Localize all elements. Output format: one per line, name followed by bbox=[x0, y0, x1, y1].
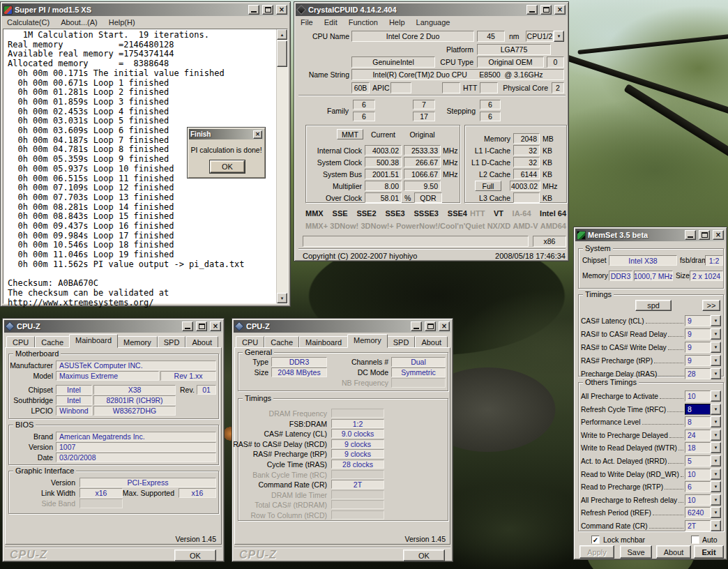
tab-about[interactable]: About bbox=[185, 336, 218, 348]
chevron-down-icon[interactable]: ▼ bbox=[711, 494, 721, 506]
timing-select[interactable]: 9▼ bbox=[685, 342, 721, 353]
menu-function[interactable]: Function bbox=[349, 18, 378, 26]
tab-cache[interactable]: Cache bbox=[35, 336, 70, 348]
timing-select[interactable]: 10▼ bbox=[685, 494, 721, 506]
timing-select[interactable]: 9▼ bbox=[685, 328, 721, 340]
chevron-down-icon[interactable]: ▼ bbox=[711, 404, 721, 415]
chevron-down-icon[interactable]: ▼ bbox=[711, 507, 721, 518]
minimize-button[interactable] bbox=[182, 321, 193, 331]
vertical-scrollbar[interactable]: ▲ ▼ bbox=[276, 29, 287, 303]
cache-label-box: Full bbox=[475, 181, 501, 191]
maximize-button[interactable] bbox=[540, 5, 552, 15]
close-button[interactable]: × bbox=[276, 5, 287, 15]
tab-cpu[interactable]: CPU bbox=[236, 336, 264, 348]
tab-spd[interactable]: SPD bbox=[158, 336, 186, 348]
cpuz-titlebar[interactable]: CPU-Z × bbox=[4, 320, 222, 333]
save-button[interactable]: Save bbox=[620, 545, 652, 559]
ok-button[interactable]: OK bbox=[174, 549, 216, 561]
tab-mainboard[interactable]: Mainboard bbox=[299, 336, 348, 348]
auto-checkbox[interactable] bbox=[691, 536, 699, 544]
minimize-button[interactable] bbox=[526, 5, 538, 15]
timing-row-label: Bank Cycle Time (tRC) bbox=[238, 470, 327, 479]
chevron-down-icon[interactable]: ▼ bbox=[711, 355, 721, 366]
minimize-button[interactable] bbox=[248, 5, 259, 15]
chevron-down-icon[interactable]: ▼ bbox=[711, 455, 721, 466]
crystalcpuid-titlebar[interactable]: CrystalCPUID 4.14.2.404 × bbox=[296, 3, 567, 16]
chevron-down-icon[interactable]: ▼ bbox=[711, 416, 721, 427]
close-button[interactable]: × bbox=[713, 230, 724, 240]
chevron-down-icon[interactable]: ▼ bbox=[711, 481, 721, 492]
spd-button[interactable]: spd bbox=[635, 300, 672, 311]
menu-file[interactable]: File bbox=[301, 18, 313, 26]
mmt-button[interactable]: MMT bbox=[337, 129, 363, 139]
timing-select[interactable]: 10▼ bbox=[685, 469, 721, 480]
timing-select[interactable]: 24▼ bbox=[685, 430, 721, 441]
tab-memory[interactable]: Memory bbox=[117, 336, 158, 348]
chevron-down-icon[interactable]: ▼ bbox=[554, 31, 564, 42]
scroll-down-button[interactable]: ▼ bbox=[277, 293, 287, 303]
menu-abouta[interactable]: About...(A) bbox=[61, 18, 98, 26]
close-button[interactable]: × bbox=[439, 321, 450, 331]
timing-select[interactable]: 2T▼ bbox=[685, 520, 721, 531]
timing-select[interactable]: 6▼ bbox=[685, 481, 721, 492]
close-button[interactable]: × bbox=[210, 321, 221, 331]
ok-button[interactable]: OK bbox=[403, 549, 445, 561]
cpuz-titlebar[interactable]: CPU-Z × bbox=[234, 320, 451, 333]
minimize-button[interactable] bbox=[411, 321, 422, 331]
chevron-down-icon[interactable]: ▼ bbox=[711, 390, 721, 402]
menu-helph[interactable]: Help(H) bbox=[109, 18, 135, 26]
chevron-down-icon[interactable]: ▼ bbox=[711, 328, 721, 340]
chevron-down-icon[interactable]: ▼ bbox=[711, 342, 721, 353]
superpi-titlebar[interactable]: Super PI / mod1.5 XS × bbox=[2, 3, 289, 16]
chevron-down-icon[interactable]: ▼ bbox=[711, 520, 721, 531]
timing-select[interactable]: 10▼ bbox=[685, 390, 721, 402]
minimize-button[interactable] bbox=[685, 230, 696, 240]
chevron-down-icon[interactable]: ▼ bbox=[711, 430, 721, 441]
tab-cpu[interactable]: CPU bbox=[6, 336, 35, 348]
expand-button[interactable]: >> bbox=[702, 300, 720, 311]
cpuz-mainboard-window: CPU-Z × CPUCacheMainboardMemorySPDAbout … bbox=[2, 318, 225, 562]
finish-dialog-titlebar[interactable]: Finish × bbox=[189, 129, 264, 139]
tab-mainboard[interactable]: Mainboard bbox=[69, 334, 118, 348]
tab-spd[interactable]: SPD bbox=[387, 336, 416, 348]
timing-select[interactable]: 5▼ bbox=[685, 455, 721, 466]
timing-select[interactable]: 9▼ bbox=[685, 315, 721, 326]
chevron-down-icon[interactable]: ▼ bbox=[711, 368, 721, 379]
timing-select-value: 28 bbox=[685, 368, 711, 379]
timing-select[interactable]: 18▼ bbox=[685, 442, 721, 453]
maximize-button[interactable] bbox=[425, 321, 436, 331]
timing-select[interactable]: 9▼ bbox=[685, 355, 721, 366]
memset-titlebar[interactable]: MemSet 3.5 beta × bbox=[575, 229, 725, 241]
maximize-button[interactable] bbox=[196, 321, 207, 331]
about-button[interactable]: About bbox=[656, 545, 691, 559]
scroll-up-button[interactable]: ▲ bbox=[277, 29, 287, 40]
scroll-thumb[interactable] bbox=[277, 40, 287, 67]
close-button[interactable]: × bbox=[253, 130, 262, 139]
dotted-leader bbox=[642, 424, 683, 425]
close-button[interactable]: × bbox=[554, 5, 566, 15]
chevron-down-icon[interactable]: ▼ bbox=[711, 442, 721, 453]
menu-language[interactable]: Language bbox=[416, 18, 450, 26]
apply-button[interactable]: Apply bbox=[579, 545, 614, 559]
timing-select[interactable]: 8▼ bbox=[685, 404, 721, 415]
chipset-rev-value: 01 bbox=[197, 385, 216, 395]
menu-help[interactable]: Help bbox=[389, 18, 405, 26]
timing-row-label: RAS# to CAS# Write Delay bbox=[581, 344, 667, 351]
cpu-select-dropdown[interactable]: CPU1/2 ▼ bbox=[526, 31, 564, 42]
chevron-down-icon[interactable]: ▼ bbox=[711, 469, 721, 480]
chevron-down-icon[interactable]: ▼ bbox=[711, 315, 721, 326]
tab-cache[interactable]: Cache bbox=[264, 336, 299, 348]
tab-memory[interactable]: Memory bbox=[347, 334, 388, 348]
exit-button[interactable]: Exit bbox=[694, 545, 724, 559]
timing-select[interactable]: 6240▼ bbox=[685, 507, 721, 518]
lock-mchbar-checkbox[interactable]: ✓ bbox=[591, 536, 600, 544]
maximize-button[interactable] bbox=[699, 230, 710, 240]
maximize-button[interactable] bbox=[262, 5, 273, 15]
menu-edit[interactable]: Edit bbox=[324, 18, 338, 26]
menu-calculatec[interactable]: Calculate(C) bbox=[7, 18, 50, 26]
timing-select[interactable]: 28▼ bbox=[685, 368, 721, 379]
tab-about[interactable]: About bbox=[415, 336, 448, 348]
stepping-value-1: 6 bbox=[480, 112, 501, 121]
ok-button[interactable]: OK bbox=[210, 160, 245, 173]
timing-select[interactable]: 8▼ bbox=[685, 416, 721, 427]
